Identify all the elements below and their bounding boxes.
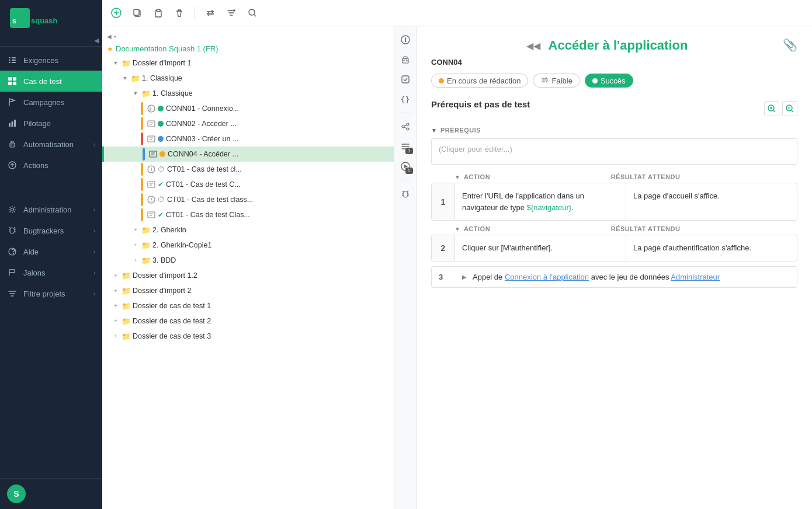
sidebar-item-administration[interactable]: Administration ›	[0, 199, 102, 220]
svg-text:s: s	[12, 16, 16, 25]
share-detail-btn[interactable]	[397, 118, 414, 135]
expand-dossier2[interactable]: +	[112, 287, 120, 295]
tree-item-ct01-1[interactable]: ⏱ CT01 - Cas de test cl...	[102, 162, 394, 177]
tree-item-conn03[interactable]: CONN03 - Créer un ...	[102, 131, 394, 147]
sidebar-item-automatisation[interactable]: Automatisation ›	[0, 134, 102, 155]
tree-label-ct01-1: CT01 - Cas de test cl...	[167, 165, 391, 173]
tree-item-classique-1-sub[interactable]: ▼ 📁 1. Classique	[102, 86, 394, 101]
side-icons-divider-1	[398, 113, 412, 113]
sidebar-item-pilotage[interactable]: Pilotage	[0, 113, 102, 134]
sidebar-item-exigences[interactable]: Exigences	[0, 50, 102, 71]
tree-label-ct01-4: CT01 - Cas de test Clas...	[166, 211, 391, 219]
step1-result[interactable]: La page d'accueil s'affice.	[626, 183, 797, 220]
svg-rect-45	[404, 57, 407, 59]
collapse-sidebar-btn[interactable]: ◀	[94, 37, 99, 44]
tree-label-dossier1: Dossier d'import 1	[133, 59, 391, 67]
call-link-2[interactable]: Administrateur	[671, 273, 720, 281]
tree-item-conn01[interactable]: i CONN01 - Connexio...	[102, 101, 394, 116]
svg-rect-6	[12, 60, 16, 61]
delete-btn[interactable]	[171, 5, 188, 21]
sort-btn[interactable]	[223, 5, 240, 21]
expand-dossier-cas2[interactable]: +	[112, 317, 120, 325]
svg-text:squash: squash	[31, 16, 58, 25]
step-call-num: 3	[439, 273, 456, 281]
zoom-out-btn[interactable]	[782, 101, 797, 116]
paste-btn[interactable]	[150, 5, 166, 21]
step2-action[interactable]: Cliquer sur [M'authentifier].	[455, 235, 626, 261]
sidebar-item-actions[interactable]: Actions	[0, 155, 102, 176]
tree-item-dossier-cas-1[interactable]: + 📁 Dossier de cas de test 1	[102, 298, 394, 313]
project-row[interactable]: ★ Documentation Squash 1 (FR)	[102, 42, 394, 55]
sidebar-item-filtre-projets[interactable]: Filtre projets ›	[0, 283, 102, 304]
prereq-placeholder: (Cliquer pour éditer...)	[439, 145, 512, 154]
sidebar-item-aide[interactable]: ? Aide ›	[0, 241, 102, 262]
panel-collapse-btn[interactable]: ◀◀	[526, 40, 540, 51]
tree-item-dossier-cas-3[interactable]: + 📁 Dossier de cas de test 3	[102, 329, 394, 344]
expand-dossier1[interactable]: ▼	[112, 59, 120, 67]
expand-classique1-sub[interactable]: ▼	[131, 89, 140, 97]
badge-result[interactable]: Succès	[585, 74, 633, 88]
tree-collapse-row[interactable]: ◀ ▪	[102, 31, 394, 42]
list-icon	[7, 55, 18, 65]
jalons-arrow: ›	[93, 270, 95, 276]
step1-result-label: RÉSULTAT ATTENDU	[611, 173, 681, 180]
expand-gherkin-copie1[interactable]: +	[131, 241, 140, 249]
badges-row: En cours de rédaction Faible Succès	[431, 74, 797, 88]
tree-item-classique-1[interactable]: ▼ 📁 1. Classique	[102, 71, 394, 86]
copy-btn[interactable]	[129, 5, 145, 21]
tree-item-conn02[interactable]: CONN02 - Accéder ...	[102, 116, 394, 131]
expand-dossier-cas3[interactable]: +	[112, 332, 120, 340]
steps-detail-btn[interactable]: 3	[397, 138, 414, 155]
tree-item-dossier-import-1[interactable]: ▼ 📁 Dossier d'import 1	[102, 55, 394, 71]
step1-action[interactable]: Entrer l'URL de l'application dans un na…	[455, 183, 626, 220]
add-btn[interactable]	[108, 5, 124, 21]
badge-status[interactable]: En cours de rédaction	[431, 74, 528, 88]
tree-root-toggle[interactable]: ◀	[107, 33, 112, 40]
ct01-3-type-icon	[147, 195, 156, 204]
tree-item-dossier-import-2[interactable]: + 📁 Dossier d'import 2	[102, 283, 394, 298]
play-detail-btn[interactable]: 1	[397, 158, 414, 175]
tree-item-gherkin[interactable]: + 📁 2. Gherkin	[102, 222, 394, 238]
expand-bdd[interactable]: +	[131, 256, 140, 264]
call-link-1[interactable]: Connexion à l'application	[505, 273, 589, 281]
sidebar-item-cas-de-test[interactable]: Cas de test	[0, 71, 102, 92]
detail-info-btn[interactable]: i	[397, 31, 414, 48]
tree-item-dossier-cas-2[interactable]: + 📁 Dossier de cas de test 2	[102, 313, 394, 329]
tree-label-classique1-sub: 1. Classique	[152, 89, 391, 97]
step2-toggle[interactable]: ▼	[454, 226, 460, 232]
detail-header: ◀◀ Accéder à l'application 📎	[431, 38, 797, 53]
tree-item-ct01-3[interactable]: ⏱ CT01 - Cas de test class...	[102, 192, 394, 207]
svg-rect-14	[12, 121, 13, 127]
robot-detail-btn[interactable]	[397, 51, 414, 68]
tree-item-conn04[interactable]: CONN04 - Accéder ...	[102, 147, 394, 162]
tree-item-bdd[interactable]: + 📁 3. BDD	[102, 253, 394, 268]
bug-detail-btn[interactable]	[397, 185, 414, 203]
check-detail-btn[interactable]	[397, 71, 414, 88]
expand-dossier12[interactable]: +	[112, 271, 120, 280]
transfer-btn[interactable]	[202, 5, 218, 21]
flag-icon	[7, 97, 18, 107]
expand-classique1[interactable]: ▼	[121, 74, 129, 82]
code-detail-btn[interactable]: {}	[397, 90, 414, 108]
badge-priority[interactable]: Faible	[533, 74, 579, 88]
tree-item-ct01-4[interactable]: ✔ CT01 - Cas de test Clas...	[102, 207, 394, 222]
zoom-in-btn[interactable]	[764, 101, 779, 116]
expand-dossier-cas1[interactable]: +	[112, 302, 120, 310]
attachment-icon[interactable]: 📎	[783, 39, 797, 51]
sidebar-item-campagnes[interactable]: Campagnes	[0, 92, 102, 113]
step2-result[interactable]: La page d'authentification s'affiche.	[626, 235, 797, 261]
tree-item-ct01-2[interactable]: ✔ CT01 - Cas de test C...	[102, 177, 394, 192]
expand-gherkin[interactable]: +	[131, 226, 140, 234]
tree-item-gherkin-copie1[interactable]: + 📁 2. Gherkin-Copie1	[102, 238, 394, 253]
conn02-status	[158, 121, 164, 127]
step-call-expand[interactable]: ▶	[462, 274, 467, 280]
sidebar-item-jalons[interactable]: Jalons ›	[0, 262, 102, 283]
step1-toggle[interactable]: ▼	[454, 174, 460, 180]
tree-label-bdd: 3. BDD	[152, 256, 391, 264]
sidebar-item-bugtrackers[interactable]: Bugtrackers ›	[0, 220, 102, 241]
user-avatar[interactable]: S	[7, 484, 26, 503]
search-btn[interactable]	[244, 5, 261, 21]
prereq-toggle[interactable]: ▼	[431, 127, 437, 134]
prereq-input[interactable]: (Cliquer pour éditer...)	[431, 138, 797, 165]
tree-item-dossier-import-12[interactable]: + 📁 Dossier d'import 1.2	[102, 268, 394, 283]
